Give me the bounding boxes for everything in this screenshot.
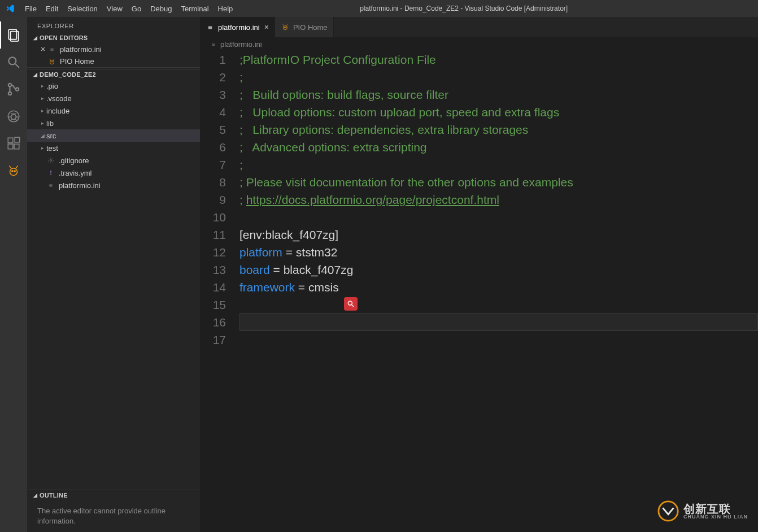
svg-point-6	[16, 88, 19, 90]
activity-explorer-icon[interactable]	[0, 21, 27, 49]
outline-header[interactable]: ◢ OUTLINE	[27, 490, 200, 500]
folder-item[interactable]: ▸.vscode	[27, 92, 200, 104]
svg-point-22	[51, 62, 51, 62]
activity-scm-icon[interactable]	[0, 76, 27, 103]
outline-empty-message: The active editor cannot provide outline…	[27, 500, 200, 532]
code-line[interactable]: ; https://docs.platformio.org/page/proje…	[239, 191, 758, 208]
menu-edit[interactable]: Edit	[41, 5, 63, 13]
activity-platformio-icon[interactable]	[0, 157, 27, 184]
svg-point-28	[348, 301, 352, 305]
svg-point-25	[283, 26, 287, 30]
open-editor-label: PIO Home	[60, 57, 200, 66]
tree-item-label: .pio	[46, 82, 200, 90]
svg-point-5	[8, 92, 11, 95]
open-editor-item[interactable]: ×≡platformio.ini	[27, 43, 200, 55]
tab-bar: ≡platformio.ini×PIO Home	[200, 17, 758, 37]
svg-rect-17	[15, 137, 20, 142]
line-number-gutter: 1234567891011121314151617	[200, 51, 239, 532]
chevron-down-icon: ◢	[38, 133, 46, 138]
close-icon[interactable]: ×	[264, 23, 269, 32]
code-line[interactable]	[239, 296, 758, 313]
tree-item-label: src	[46, 132, 200, 140]
close-icon[interactable]: ×	[38, 45, 47, 54]
menu-debug[interactable]: Debug	[146, 5, 176, 13]
exclamation-icon: !	[46, 168, 55, 177]
code-line[interactable]	[239, 313, 758, 331]
folder-item[interactable]: ▸lib	[27, 117, 200, 129]
settings-file-icon: ≡	[46, 181, 55, 190]
svg-rect-15	[8, 144, 13, 149]
settings-icon: ≡	[209, 40, 218, 49]
platformio-icon	[47, 57, 56, 66]
file-item[interactable]: ≡platformio.ini	[27, 179, 200, 191]
folder-item[interactable]: ▸include	[27, 104, 200, 117]
svg-point-8	[11, 115, 16, 120]
code-content[interactable]: ;PlatformIO Project Configuration File;;…	[239, 51, 758, 532]
activity-search-icon[interactable]	[0, 49, 27, 76]
svg-point-23	[53, 62, 53, 62]
menu-view[interactable]: View	[102, 5, 127, 13]
code-line[interactable]: ; Please visit documentation for the oth…	[239, 173, 758, 191]
svg-point-4	[8, 84, 11, 86]
sidebar: EXPLORER ◢ OPEN EDITORS ×≡platformio.ini…	[27, 17, 200, 532]
code-line[interactable]: ; Upload options: custom upload port, sp…	[239, 103, 758, 121]
vscode-logo-icon	[0, 3, 20, 14]
svg-point-27	[285, 27, 286, 28]
search-badge-icon[interactable]	[344, 297, 358, 311]
activity-debug-icon[interactable]	[0, 103, 27, 130]
workspace-header[interactable]: ◢ DEMO_CODE_ZE2	[27, 69, 200, 80]
settings-file-icon: ≡	[47, 45, 56, 54]
code-line[interactable]: board = black_f407zg	[239, 261, 758, 278]
menubar: FileEditSelectionViewGoDebugTerminalHelp…	[0, 0, 758, 17]
svg-point-24	[50, 160, 52, 162]
folder-item[interactable]: ▸.pio	[27, 80, 200, 92]
menu-terminal[interactable]: Terminal	[176, 5, 213, 13]
gear-icon	[46, 156, 55, 165]
file-item[interactable]: !.travis.yml	[27, 167, 200, 179]
chevron-right-icon: ▸	[38, 120, 46, 126]
tab-pio-home[interactable]: PIO Home	[275, 17, 334, 37]
editor-area: ≡platformio.ini×PIO Home ≡ platformio.in…	[200, 17, 758, 532]
tree-item-label: platformio.ini	[59, 181, 200, 190]
chevron-down-icon: ◢	[32, 35, 40, 41]
menu-help[interactable]: Help	[214, 5, 238, 13]
folder-item[interactable]: ◢src	[27, 129, 200, 142]
open-editor-item[interactable]: PIO Home	[27, 55, 200, 68]
code-line[interactable]: ;PlatformIO Project Configuration File	[239, 51, 758, 68]
chevron-right-icon: ▸	[38, 83, 46, 89]
code-line[interactable]: ; Build options: build flags, source fil…	[239, 86, 758, 103]
svg-point-19	[12, 171, 13, 172]
code-line[interactable]: ; Advanced options: extra scripting	[239, 138, 758, 156]
menu-go[interactable]: Go	[127, 5, 146, 13]
activity-extensions-icon[interactable]	[0, 130, 27, 157]
code-line[interactable]	[239, 208, 758, 226]
svg-point-30	[659, 502, 678, 521]
menu-file[interactable]: File	[20, 5, 41, 13]
svg-rect-16	[14, 144, 19, 149]
code-editor[interactable]: 1234567891011121314151617 ;PlatformIO Pr…	[200, 51, 758, 532]
code-line[interactable]: framework = cmsis	[239, 278, 758, 296]
code-line[interactable]: ;	[239, 68, 758, 86]
code-line[interactable]: [env:black_f407zg]	[239, 226, 758, 243]
code-line[interactable]: platform = ststm32	[239, 243, 758, 261]
settings-file-icon: ≡	[206, 23, 215, 32]
svg-point-7	[8, 111, 19, 122]
svg-rect-14	[8, 138, 13, 143]
open-editors-header[interactable]: ◢ OPEN EDITORS	[27, 33, 200, 43]
svg-point-26	[284, 27, 285, 28]
chevron-down-icon: ◢	[32, 72, 40, 77]
code-line[interactable]: ; Library options: dependencies, extra l…	[239, 121, 758, 138]
svg-point-18	[10, 168, 18, 176]
watermark: 创新互联 CHUANG XIN HU LIAN	[657, 500, 748, 522]
activity-bar	[0, 17, 27, 532]
file-item[interactable]: .gitignore	[27, 154, 200, 167]
tab-platformio-ini[interactable]: ≡platformio.ini×	[200, 17, 275, 37]
code-line[interactable]: ;	[239, 156, 758, 173]
tab-label: platformio.ini	[218, 23, 260, 32]
tree-item-label: test	[46, 144, 200, 152]
code-line[interactable]	[239, 331, 758, 348]
menu-selection[interactable]: Selection	[63, 5, 102, 13]
folder-item[interactable]: ▸test	[27, 142, 200, 154]
breadcrumb[interactable]: ≡ platformio.ini	[200, 37, 758, 51]
chevron-right-icon: ▸	[38, 95, 46, 101]
